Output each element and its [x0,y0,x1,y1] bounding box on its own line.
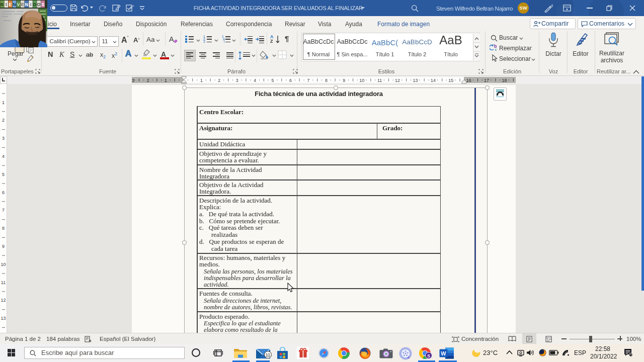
svg-text:N: N [25,2,29,7]
svg-text:E: E [9,2,12,7]
svg-text:14: 14 [431,78,436,83]
svg-text:6: 6 [289,78,292,83]
svg-text:2: 2 [147,78,149,83]
svg-text:10: 10 [1,262,6,267]
svg-text:S: S [41,2,44,7]
svg-text:5: 5 [2,172,5,177]
svg-text:I: I [6,2,7,7]
svg-text:11: 11 [1,280,6,285]
svg-text:B: B [1,2,4,7]
svg-text:2: 2 [2,118,5,123]
svg-text:3: 3 [132,78,134,83]
svg-text:D: D [33,2,37,7]
svg-text:7: 7 [2,208,5,213]
svg-text:2: 2 [218,78,220,83]
svg-text:V: V [17,2,20,7]
svg-text:1: 1 [165,78,167,83]
svg-text:7: 7 [307,78,309,83]
svg-text:9: 9 [2,244,5,249]
svg-text:15: 15 [448,78,453,83]
svg-text:9: 9 [343,78,345,83]
svg-text:3: 3 [236,78,238,83]
svg-text:13: 13 [413,78,418,83]
svg-text:12: 12 [395,78,400,83]
svg-text:I: I [30,2,32,7]
svg-text:4: 4 [254,78,256,83]
svg-text:10: 10 [359,78,364,83]
svg-text:13: 13 [1,316,6,321]
svg-text:17: 17 [484,78,489,83]
svg-text:5: 5 [272,78,274,83]
svg-text:E: E [21,2,24,7]
svg-text:8: 8 [2,226,5,231]
svg-text:O: O [37,2,41,7]
svg-text:1: 1 [2,100,5,105]
svg-text:16: 16 [466,78,471,83]
svg-text:18: 18 [502,78,507,83]
svg-text:1: 1 [200,78,203,83]
svg-text:8: 8 [325,78,328,83]
svg-text:N: N [13,2,16,7]
svg-text:6: 6 [2,190,5,195]
svg-text:3: 3 [2,136,5,141]
svg-text:11: 11 [377,78,382,83]
svg-text:W: W [441,350,446,356]
svg-text:4: 4 [2,154,5,159]
svg-text:12: 12 [1,298,6,303]
svg-text:c: c [495,47,497,51]
